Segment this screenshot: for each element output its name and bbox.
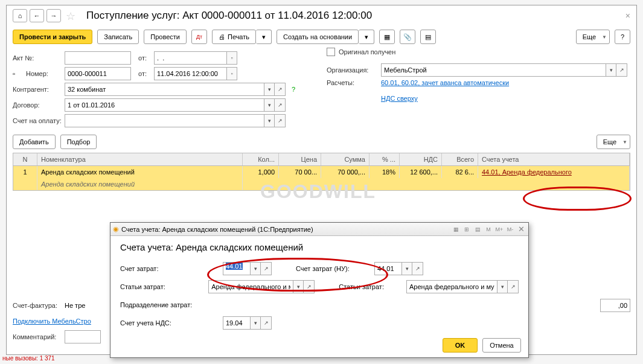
tb-icon[interactable]: ⊞ xyxy=(462,225,472,234)
status-text: ные вызовы: 1 371 xyxy=(2,355,55,362)
dropdown-icon[interactable]: ▾ xyxy=(250,262,261,275)
th-pct[interactable]: % ... xyxy=(369,153,400,165)
print-dropdown[interactable]: ▾ xyxy=(256,30,272,44)
dropdown-icon[interactable]: ▾ xyxy=(250,316,261,330)
date-input[interactable] xyxy=(154,67,226,80)
dropdown-icon[interactable]: ▾ xyxy=(264,114,275,127)
th-nds[interactable]: НДС xyxy=(400,153,442,165)
akt-label: Акт №: xyxy=(13,54,62,62)
cancel-button[interactable]: Отмена xyxy=(482,338,521,353)
tb-icon[interactable]: ▦ xyxy=(451,225,461,234)
close-icon[interactable]: × xyxy=(625,11,630,21)
comment-label: Комментарий: xyxy=(13,333,62,340)
cost-item-label: Статьи затрат: xyxy=(120,283,208,290)
dept-label: Подразделение затрат: xyxy=(120,301,223,308)
th-acct[interactable]: Счета учета xyxy=(478,153,630,165)
favorite-icon[interactable]: ☆ xyxy=(66,10,78,22)
table-row[interactable]: 1 Аренда складских помещений 1,000 70 00… xyxy=(13,166,630,178)
print-button[interactable]: 🖨 Печать xyxy=(212,30,256,44)
dropdown-icon[interactable]: ▾ xyxy=(401,262,412,275)
app-icon: ◉ xyxy=(113,225,119,233)
from-label: от: xyxy=(133,54,152,62)
cal-icon[interactable]: ▫ xyxy=(226,51,237,65)
open-icon[interactable]: ↗ xyxy=(275,114,286,127)
table-row-sub[interactable]: Аренда складских помещений xyxy=(13,178,630,190)
cost-acct-nu-label: Счет затрат (НУ): xyxy=(296,265,374,272)
th-total[interactable]: Всего xyxy=(442,153,478,165)
pick-button[interactable]: Подбор xyxy=(60,135,97,149)
forward-button[interactable]: → xyxy=(46,9,61,22)
cost-acct-input[interactable]: 44.01 xyxy=(226,263,243,270)
create-based-button[interactable]: Создать на основании xyxy=(277,30,359,44)
original-label: Оригинал получен xyxy=(339,48,395,56)
attach-icon[interactable]: 📎 xyxy=(400,30,415,44)
th-sum[interactable]: Сумма xyxy=(321,153,369,165)
connect-link[interactable]: Подключить МебельСтро xyxy=(13,318,91,325)
add-button[interactable]: Добавить xyxy=(13,135,56,149)
contragent-input[interactable] xyxy=(65,83,264,96)
dt-kt-button[interactable]: Дт xyxy=(191,30,207,44)
open-icon[interactable]: ↗ xyxy=(412,262,423,275)
help-button[interactable]: ? xyxy=(615,30,630,44)
nds-acct-label: Счет учета НДС: xyxy=(120,319,223,327)
org-input[interactable] xyxy=(381,63,606,77)
create-based-dropdown[interactable]: ▾ xyxy=(359,30,374,44)
save-button[interactable]: Записать xyxy=(97,30,139,44)
tb-icon[interactable]: ▤ xyxy=(473,225,482,234)
cost-item2-label: Статьи затрат: xyxy=(339,283,406,290)
open-icon[interactable]: ↗ xyxy=(261,316,272,330)
tb-m[interactable]: M xyxy=(484,225,493,234)
open-icon[interactable]: ↗ xyxy=(616,63,627,77)
contract-input[interactable] xyxy=(65,98,264,112)
accounts-dialog: ◉ Счета учета: Аренда складских помещени… xyxy=(110,222,529,358)
cost-item-input[interactable] xyxy=(208,280,293,293)
dropdown-icon[interactable]: ▾ xyxy=(264,98,275,112)
open-icon[interactable]: ↗ xyxy=(275,98,286,112)
tb-mminus[interactable]: M- xyxy=(505,225,515,234)
home-button[interactable]: ⌂ xyxy=(13,9,27,22)
cost-item2-input[interactable] xyxy=(406,280,497,293)
more-button[interactable]: Еще xyxy=(576,30,610,44)
account-link[interactable]: 44.01, Аренда федерального xyxy=(482,168,572,176)
original-checkbox[interactable] xyxy=(327,48,335,56)
nds-acct-input[interactable] xyxy=(223,316,250,330)
calc-label: Расчеты: xyxy=(327,79,381,86)
th-qty[interactable]: Кол... xyxy=(243,153,279,165)
open-icon[interactable]: ↗ xyxy=(261,262,272,275)
dropdown-icon[interactable]: ▾ xyxy=(293,280,304,293)
open-icon[interactable]: ↗ xyxy=(508,280,519,293)
invoice-label: Счет на оплату: xyxy=(13,117,62,124)
table-more-button[interactable]: Еще xyxy=(597,135,630,149)
services-table: N Номенклатура Кол... Цена Сумма % ... Н… xyxy=(13,153,630,191)
total-input[interactable] xyxy=(600,299,630,312)
nds-link[interactable]: НДС сверху xyxy=(381,95,418,102)
cost-acct-nu-input[interactable] xyxy=(374,262,401,275)
contragent-label: Контрагент: xyxy=(13,86,62,93)
open-icon[interactable]: ↗ xyxy=(304,280,315,293)
sf-label: Счет-фактура: xyxy=(13,302,62,309)
dropdown-icon[interactable]: ▾ xyxy=(264,83,275,96)
back-button[interactable]: ← xyxy=(30,9,44,22)
invoice-input[interactable] xyxy=(65,114,264,127)
info-icon[interactable]: ? xyxy=(292,86,295,93)
ok-button[interactable]: OK xyxy=(443,338,478,353)
tb-mplus[interactable]: M+ xyxy=(494,225,504,234)
th-price[interactable]: Цена xyxy=(279,153,321,165)
calc-link[interactable]: 60.01, 60.02, зачет аванса автоматически xyxy=(381,79,509,86)
akt-number-input[interactable] xyxy=(65,51,131,65)
number-input[interactable] xyxy=(65,67,131,80)
tool-icon-1[interactable]: ▦ xyxy=(379,30,395,44)
post-and-close-button[interactable]: Провести и закрыть xyxy=(13,30,92,44)
akt-date-input[interactable] xyxy=(154,51,226,65)
cal-icon[interactable]: ▫ xyxy=(226,67,237,80)
post-button[interactable]: Провести xyxy=(144,30,187,44)
dialog-close-icon[interactable]: ✕ xyxy=(516,225,526,234)
dropdown-icon[interactable]: ▾ xyxy=(606,63,616,77)
dropdown-icon[interactable]: ▾ xyxy=(497,280,508,293)
tool-icon-3[interactable]: ▤ xyxy=(420,30,436,44)
org-label: Организация: xyxy=(327,66,381,74)
comment-input[interactable] xyxy=(65,330,101,343)
th-n[interactable]: N xyxy=(13,153,37,165)
open-icon[interactable]: ↗ xyxy=(275,83,286,96)
th-nom[interactable]: Номенклатура xyxy=(37,153,243,165)
